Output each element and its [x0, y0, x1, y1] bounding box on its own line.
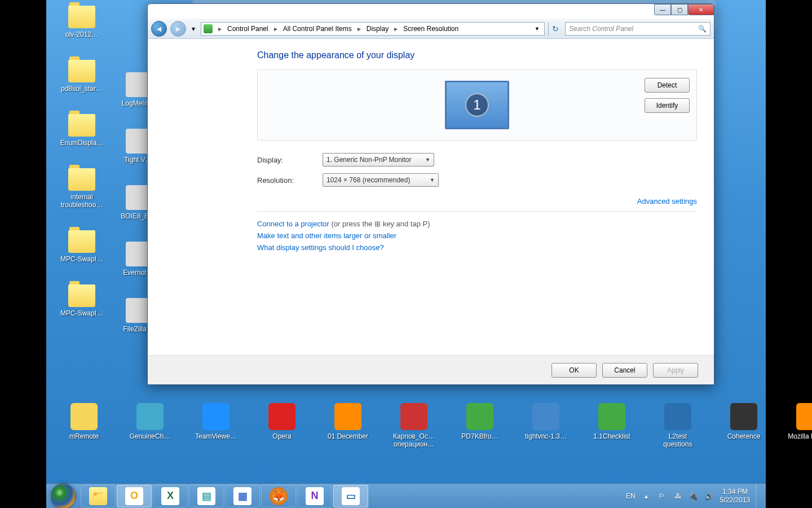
resolution-dropdown[interactable]: 1024 × 768 (recommended): [323, 173, 439, 187]
make-text-larger-link[interactable]: Make text and other items larger or smal…: [257, 231, 396, 240]
task-outlook[interactable]: O: [117, 485, 152, 507]
connect-projector-hint: (or press the ⊞ key and tap P): [332, 220, 430, 228]
monitor-thumbnail[interactable]: 1: [445, 81, 509, 129]
screen-resolution-window: — ▢ ✕ ◄ ► ▾ ▸ Control Panel ▸ All Contro…: [147, 3, 714, 385]
desktop-icon-label: EnumDispla…: [60, 139, 104, 147]
search-icon[interactable]: 🔍: [698, 25, 707, 33]
desktop-icon[interactable]: pd8sol_star…: [56, 60, 107, 93]
desktop-icon-label: TeamViewe…: [195, 432, 237, 440]
clock-date: 5/22/2013: [720, 496, 750, 504]
desktop-icon[interactable]: Coherence: [722, 403, 766, 448]
advanced-settings-link[interactable]: Advanced settings: [637, 197, 697, 205]
desktop-icon[interactable]: 01 December: [326, 403, 370, 448]
desktop-icon-label: internal troubleshoo…: [56, 193, 107, 209]
tray-chevron-icon[interactable]: ▴: [641, 491, 651, 501]
desktop-icon-label: PD7KBfro…: [461, 432, 498, 440]
clock[interactable]: 1:34 PM 5/22/2013: [720, 488, 750, 504]
app-icon: [136, 403, 164, 430]
folder-icon: [68, 6, 95, 28]
task-notepad[interactable]: ▤: [189, 485, 224, 507]
app-icon: [202, 403, 230, 430]
folder-icon: [68, 284, 95, 307]
task-firefox[interactable]: 🦊: [261, 485, 296, 507]
chevron-right-icon: ▸: [355, 25, 363, 33]
desktop-icon[interactable]: MPC-SwapI…: [56, 230, 107, 263]
folder-icon: [68, 114, 95, 137]
desktop-icon[interactable]: internal troubleshoo…: [56, 168, 107, 209]
breadcrumb-item[interactable]: Control Panel: [225, 24, 271, 34]
app-icon: [730, 403, 757, 430]
desktop-icon-label: Opera: [272, 432, 291, 440]
what-settings-link[interactable]: What display settings should I choose?: [257, 243, 384, 252]
app-icon: [268, 403, 295, 430]
app-icon: [400, 403, 427, 430]
tray-volume-icon[interactable]: 🔊: [704, 491, 714, 501]
desktop-icon[interactable]: GenuineCh…: [128, 403, 172, 448]
connect-projector-link[interactable]: Connect to a projector: [257, 220, 329, 228]
display-dropdown[interactable]: 1. Generic Non-PnP Monitor: [323, 153, 434, 167]
desktop-icon[interactable]: olv-2012…: [56, 6, 107, 38]
show-desktop-button[interactable]: [756, 484, 761, 509]
app-icon: [598, 403, 625, 430]
language-indicator[interactable]: EN: [626, 492, 636, 500]
task-control-panel[interactable]: ▭: [333, 485, 368, 507]
monitor-preview: 1 Detect Identify: [257, 69, 697, 141]
breadcrumb-item[interactable]: Display: [364, 24, 391, 34]
nav-history-dropdown[interactable]: ▾: [189, 23, 197, 34]
desktop-icon[interactable]: mRemote: [62, 403, 106, 448]
minimize-button[interactable]: —: [654, 4, 671, 15]
separator: [257, 211, 697, 212]
desktop-icon-label: olv-2012…: [65, 30, 98, 38]
chevron-right-icon: ▸: [392, 25, 400, 33]
desktop-icon[interactable]: Карпов_Ос… операцион…: [392, 403, 436, 448]
desktop-icon[interactable]: EnumDispla…: [56, 114, 107, 147]
chevron-down-icon[interactable]: ▼: [535, 26, 540, 32]
desktop-icon[interactable]: tightvnc-1.3…: [524, 403, 568, 448]
tray-power-icon[interactable]: 🔌: [689, 491, 699, 501]
desktop-icon-label: L2test questions: [656, 432, 700, 448]
explorer-navbar: ◄ ► ▾ ▸ Control Panel ▸ All Control Pane…: [148, 19, 714, 39]
breadcrumb-item[interactable]: All Control Panel Items: [281, 24, 354, 34]
desktop-icon[interactable]: PD7KBfro…: [458, 403, 502, 448]
refresh-button[interactable]: ↻: [548, 22, 562, 36]
cancel-button[interactable]: Cancel: [602, 363, 647, 378]
start-button[interactable]: [51, 484, 76, 509]
app-icon: [466, 403, 493, 430]
desktop-icon-label: MPC-SwapI…: [60, 255, 103, 263]
desktop-icon-label: tightvnc-1.3…: [525, 432, 567, 440]
desktop-icon-label: Coherence: [727, 432, 761, 440]
task-calc[interactable]: ▦: [225, 485, 260, 507]
control-panel-icon: [204, 24, 213, 33]
folder-icon: [68, 168, 95, 191]
apply-button[interactable]: Apply: [653, 363, 698, 378]
desktop-icon-label: Mozilla Firefox: [788, 432, 812, 440]
task-onenote[interactable]: N: [297, 485, 332, 507]
detect-button[interactable]: Detect: [645, 78, 690, 93]
task-explorer[interactable]: 📁: [81, 485, 116, 507]
identify-button[interactable]: Identify: [645, 98, 690, 113]
back-button[interactable]: ◄: [151, 21, 167, 37]
forward-button[interactable]: ►: [170, 21, 186, 37]
desktop-icon-label: Карпов_Ос… операцион…: [392, 432, 436, 448]
task-excel[interactable]: X: [153, 485, 188, 507]
search-input[interactable]: Search Control Panel 🔍: [565, 22, 710, 36]
desktop-icon[interactable]: MPC-SwapI…: [56, 284, 107, 317]
resolution-label: Resolution:: [257, 176, 323, 185]
tray-flag-icon[interactable]: 🏳: [657, 491, 667, 501]
ok-button[interactable]: OK: [551, 363, 597, 378]
tray-network-icon[interactable]: 🖧: [673, 491, 683, 501]
desktop-icon[interactable]: TeamViewe…: [194, 403, 238, 448]
desktop-icon[interactable]: L2test questions: [656, 403, 700, 448]
app-icon: [796, 403, 812, 430]
breadcrumb-item[interactable]: Screen Resolution: [401, 24, 461, 34]
desktop-icon-label: pd8sol_star…: [61, 85, 103, 93]
breadcrumb[interactable]: ▸ Control Panel ▸ All Control Panel Item…: [201, 22, 545, 36]
desktop-icon[interactable]: 1.1Checklist: [590, 403, 634, 448]
close-button[interactable]: ✕: [688, 4, 714, 15]
desktop-icon[interactable]: Mozilla Firefox: [788, 403, 812, 448]
page-title: Change the appearance of your display: [257, 50, 697, 60]
system-tray: EN ▴ 🏳 🖧 🔌 🔊 1:34 PM 5/22/2013: [626, 484, 766, 509]
desktop-icon-label: MPC-SwapI…: [60, 309, 103, 317]
maximize-button[interactable]: ▢: [671, 4, 688, 15]
desktop-icon[interactable]: Opera: [260, 403, 304, 448]
